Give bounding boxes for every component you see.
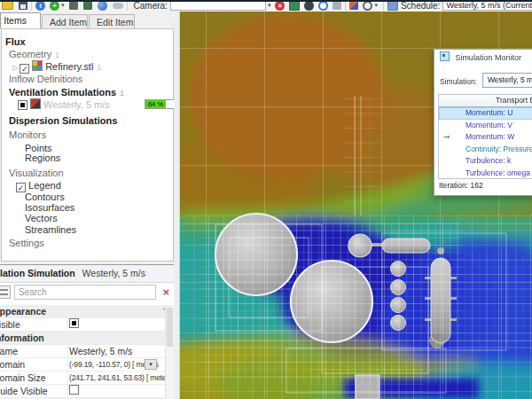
record-icon[interactable]: ×	[275, 2, 285, 11]
properties-subtitle: Westerly, 5 m/s	[82, 268, 145, 278]
table-row-turbulence-k[interactable]: Turbulence: k	[439, 155, 532, 168]
properties-panel: Ventilation Simulation Westerly, 5 m/s ×…	[0, 264, 174, 399]
camera-label: Camera:	[134, 2, 168, 11]
section-appearance[interactable]: Appearance⌃	[0, 305, 174, 318]
properties-header: Ventilation Simulation Westerly, 5 m/s	[0, 265, 174, 283]
tree-item-regions[interactable]: Regions	[25, 152, 196, 164]
simulation-label: Simulation:	[440, 77, 477, 86]
tree-item-monitors[interactable]: Monitors	[9, 129, 180, 141]
monitor-simulation-row: Simulation: Westerly, 5 m/s	[440, 74, 532, 90]
tree-item-streamlines[interactable]: Streamlines	[25, 223, 196, 236]
fan-icon	[30, 98, 41, 109]
cloud-icon[interactable]	[113, 3, 123, 9]
info-icon[interactable]: i	[35, 2, 45, 11]
layers-icon[interactable]	[332, 2, 341, 10]
schedule-icon	[387, 2, 398, 11]
tree-section-dispersion-simulations[interactable]: Dispersion Simulations	[9, 114, 180, 127]
table-row-momentum-u[interactable]: Momentum: U	[439, 107, 532, 120]
capture-icon[interactable]	[304, 2, 314, 11]
clear-search-icon[interactable]: ×	[162, 286, 170, 298]
tree-item-geometry[interactable]: Geometry1	[9, 48, 180, 60]
table-row-continuity[interactable]: Continuity: Pressure Correction	[439, 144, 532, 156]
schedule-combo-value: Westerly, 5 m/s (Current)	[446, 2, 532, 10]
toolbar-separator	[127, 2, 128, 11]
model-icon[interactable]	[69, 2, 78, 10]
name-value[interactable]: Westerly, 5 m/s	[69, 345, 132, 358]
table-row-momentum-v[interactable]: Momentum: V	[439, 120, 532, 132]
schedule-label: Schedule:	[401, 2, 440, 11]
properties-title: Ventilation Simulation	[0, 268, 75, 278]
tree-item-settings[interactable]: Settings	[9, 237, 180, 249]
tree-item-inflow-definitions[interactable]: Inflow Definitions	[9, 73, 180, 85]
monitor-title: Simulation Monitor	[455, 53, 521, 62]
row-guide-visible: Guide Visible	[0, 385, 174, 398]
table-header-transport-equation: Transport Equation	[439, 95, 532, 107]
toolbar-separator	[383, 2, 384, 11]
globe-icon[interactable]	[98, 2, 107, 11]
properties-search-row: ×	[0, 283, 174, 303]
visible-checkbox[interactable]	[69, 318, 79, 328]
tab-list-items[interactable]: List Items	[0, 12, 41, 28]
image-icon[interactable]	[289, 2, 300, 11]
row-domain: Domain (-99.19, -110.57, 0) [ meters ▾	[0, 358, 174, 372]
monitor-titlebar[interactable]: Simulation Monitor	[434, 50, 532, 66]
domain-dropdown-icon[interactable]: ▾	[145, 359, 157, 370]
add-icon[interactable]: +	[50, 2, 59, 11]
plant-icon[interactable]	[83, 2, 92, 10]
tree-item-visualization[interactable]: Visualization	[9, 167, 180, 179]
westerly-checkbox[interactable]	[18, 100, 27, 110]
camera-combo[interactable]	[170, 2, 266, 11]
tab-edit-item[interactable]: Edit Item	[89, 14, 135, 28]
iteration-label: Iteration: 162	[439, 181, 483, 190]
save-icon[interactable]	[19, 2, 27, 10]
toolbar-separator	[31, 2, 32, 11]
tree-item-legend[interactable]: ✓ Legend	[16, 179, 187, 192]
transport-equation-table: Transport Equation Momentum: U Momentum:…	[438, 94, 532, 179]
stl-model-icon	[32, 60, 43, 71]
flag-icon[interactable]	[349, 2, 358, 10]
progress-value: 64 %	[145, 100, 166, 108]
tree-item-refinery[interactable]: ▷✓Refinery.stl1	[12, 60, 184, 73]
schedule-combo[interactable]: Westerly, 5 m/s (Current)	[442, 2, 532, 11]
search-filter-icon[interactable]	[0, 286, 11, 299]
camera-combo-caret-icon[interactable]: ▾	[268, 2, 271, 9]
table-row-turbulence-omega[interactable]: Turbulence: omega	[439, 168, 532, 180]
tree-section-flux[interactable]: Flux	[5, 35, 176, 48]
table-row-momentum-w[interactable]: →Momentum: W	[439, 131, 532, 144]
item-tab-bar: List Items Add Item Edit Item	[0, 12, 180, 28]
add-dropdown-caret-icon[interactable]: ▾	[61, 2, 65, 9]
row-name: Name Westerly, 5 m/s	[0, 345, 174, 358]
current-equation-arrow-icon: →	[443, 131, 450, 144]
simulation-combo[interactable]: Westerly, 5 m/s	[482, 73, 532, 88]
guide-visible-checkbox[interactable]	[69, 385, 79, 395]
monitor-window-icon	[440, 51, 450, 61]
row-domain-size: Domain Size (241.71, 241.61, 53.63) [ me…	[0, 372, 174, 385]
toolbar-separator	[345, 2, 346, 11]
tree-section-ventilation-simulations[interactable]: Ventilation Simulations1	[9, 86, 180, 98]
search-input[interactable]	[14, 285, 156, 300]
refresh-icon[interactable]	[318, 2, 328, 11]
tree-item-vectors[interactable]: Vectors	[25, 212, 196, 224]
panel-splitter[interactable]	[174, 12, 180, 399]
tree-item-westerly-simulation[interactable]: Westerly, 5 m/s 64 %	[18, 98, 189, 111]
simulation-monitor-window: Simulation Monitor Simulation: Westerly,…	[434, 49, 532, 196]
row-visible: Visible	[0, 318, 174, 332]
open-folder-icon[interactable]	[2, 2, 13, 10]
domain-size-value[interactable]: (241.71, 241.61, 53.63) [ meter	[69, 372, 168, 385]
tab-add-item[interactable]: Add Item	[42, 14, 88, 28]
section-information[interactable]: Information	[0, 332, 174, 345]
zoom-tool-icon[interactable]	[363, 2, 372, 11]
expander-icon[interactable]: ▷	[12, 64, 18, 72]
zoom-dropdown-caret-icon[interactable]: ▾	[374, 2, 378, 9]
project-tree-panel: Flux Geometry1 ▷✓Refinery.stl1 Inflow De…	[1, 28, 174, 262]
properties-scrollbar[interactable]	[165, 306, 174, 399]
